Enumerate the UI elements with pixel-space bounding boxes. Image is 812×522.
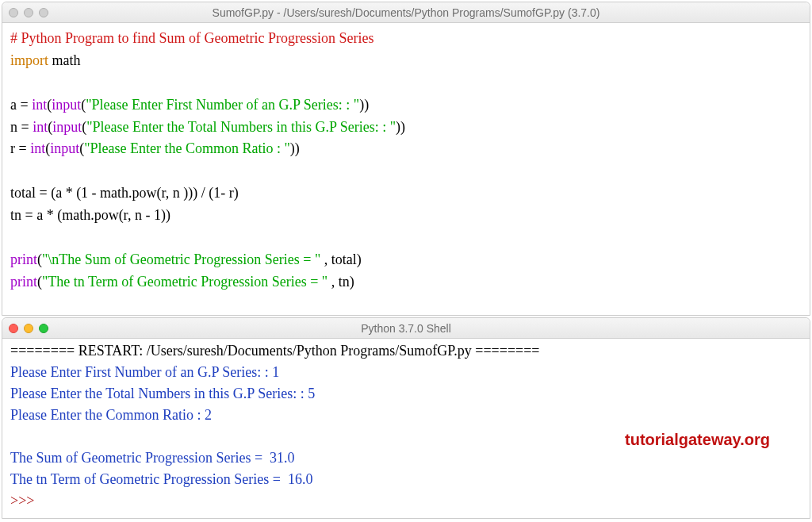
code-token: )): [290, 140, 300, 156]
string-literal: "Please Enter First Number of an G.P Ser…: [86, 97, 359, 113]
string-literal: "\nThe Sum of Geometric Progression Seri…: [42, 251, 320, 267]
shell-window: Python 3.7.0 Shell ======== RESTART: /Us…: [2, 317, 810, 519]
builtin-int: int: [32, 97, 47, 113]
code-line: total = (a * (1 - math.pow(r, n ))) / (1…: [10, 185, 239, 201]
shell-prompt: >>>: [10, 493, 38, 509]
builtin-print: print: [10, 274, 37, 290]
code-token: )): [359, 97, 369, 113]
string-literal: "Please Enter the Common Ratio : ": [84, 140, 290, 156]
shell-output[interactable]: ======== RESTART: /Users/suresh/Document…: [2, 339, 810, 512]
code-token: , tn): [327, 274, 354, 290]
code-token: a =: [10, 97, 32, 113]
string-literal: "Please Enter the Total Numbers in this …: [86, 119, 396, 135]
code-token: r =: [10, 140, 30, 156]
shell-line: The Sum of Geometric Progression Series …: [10, 450, 295, 466]
editor-window: SumofGP.py - /Users/suresh/Documents/Pyt…: [2, 2, 810, 316]
import-name: math: [48, 52, 81, 68]
shell-line: Please Enter First Number of an G.P Seri…: [10, 364, 279, 380]
string-literal: "The tn Term of Geometric Progression Se…: [42, 274, 327, 290]
shell-line: The tn Term of Geometric Progression Ser…: [10, 471, 312, 487]
shell-line: Please Enter the Total Numbers in this G…: [10, 386, 315, 401]
builtin-int: int: [33, 119, 48, 135]
code-comment: # Python Program to find Sum of Geometri…: [10, 30, 373, 46]
shell-line: Please Enter the Common Ratio : 2: [10, 407, 212, 423]
builtin-print: print: [10, 251, 37, 267]
builtin-int: int: [30, 140, 45, 156]
shell-title-bar[interactable]: Python 3.7.0 Shell: [2, 318, 810, 339]
builtin-input: input: [50, 140, 79, 156]
editor-title-bar[interactable]: SumofGP.py - /Users/suresh/Documents/Pyt…: [2, 2, 810, 23]
code-token: n =: [10, 119, 33, 135]
watermark-text: tutorialgateway.org: [625, 428, 770, 451]
shell-title: Python 3.7.0 Shell: [9, 322, 803, 335]
code-editor[interactable]: # Python Program to find Sum of Geometri…: [2, 23, 810, 297]
code-token: , total): [320, 251, 362, 267]
code-line: tn = a * (math.pow(r, n - 1)): [10, 207, 170, 223]
import-keyword: import: [10, 52, 48, 68]
shell-restart-line: ======== RESTART: /Users/suresh/Document…: [10, 343, 540, 359]
code-token: )): [396, 119, 405, 135]
editor-title: SumofGP.py - /Users/suresh/Documents/Pyt…: [9, 6, 803, 19]
builtin-input: input: [52, 97, 81, 113]
builtin-input: input: [52, 119, 82, 135]
